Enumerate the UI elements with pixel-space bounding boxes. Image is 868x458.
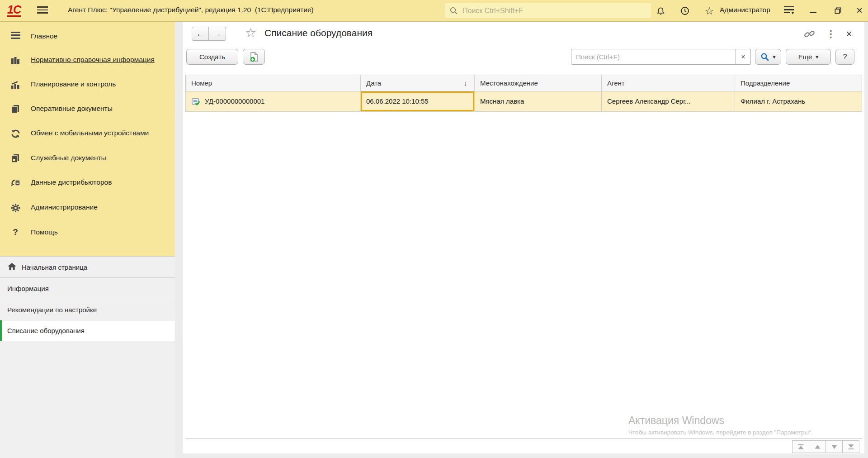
help-button[interactable]: ? (835, 49, 854, 65)
goto-first-icon (797, 444, 804, 450)
search-icon (760, 52, 769, 62)
hamburger-menu-icon[interactable] (37, 6, 48, 14)
more-button[interactable]: Еще ▾ (786, 49, 831, 65)
service-menu-icon[interactable]: ▾ (783, 5, 795, 17)
caret-down-icon: ▾ (792, 10, 794, 15)
window-titlebar: 1С Агент Плюс: "Управление дистрибуцией"… (0, 0, 868, 22)
open-pages-list: Начальная страница Информация Рекомендац… (0, 256, 175, 458)
cell-number[interactable]: УД-0000000000001 (186, 91, 361, 111)
close-window-button[interactable]: × (852, 4, 867, 17)
up-icon (814, 444, 821, 449)
main-panel: ← → ☆ Списание оборудования ⋮ × Создать … (183, 22, 864, 453)
column-header-department[interactable]: Подразделение (735, 75, 862, 91)
get-link-icon[interactable] (803, 28, 816, 40)
page-item-information[interactable]: Информация (0, 277, 175, 299)
list-search-input[interactable] (571, 49, 736, 65)
table-row[interactable]: УД-0000000000001 06.06.2022 10:10:55 Мяс… (185, 91, 862, 112)
sidebar-item-mobile-exchange[interactable]: Обмен с мобильными устройствами (0, 121, 175, 146)
cell-agent[interactable]: Сергеев Александр Серг... (602, 91, 735, 111)
close-page-icon[interactable]: × (843, 28, 855, 40)
back-button[interactable]: ← (192, 27, 209, 41)
forward-button[interactable]: → (209, 27, 226, 41)
sync-arrows-icon (0, 128, 31, 139)
history-icon[interactable] (679, 5, 691, 17)
cell-location[interactable]: Мясная лавка (475, 91, 602, 111)
window-title: Агент Плюс: "Управление дистрибуцией", р… (68, 6, 314, 14)
favorites-star-icon[interactable]: ☆ (703, 5, 715, 17)
page-item-equipment-writeoff[interactable]: Списание оборудования (0, 320, 175, 341)
notifications-bell-icon[interactable] (655, 5, 666, 17)
more-kebab-icon[interactable]: ⋮ (825, 28, 837, 40)
windows-activation-watermark: Активация Windows Чтобы активировать Win… (628, 415, 845, 436)
column-header-agent[interactable]: Агент (602, 75, 735, 91)
restore-icon (834, 7, 842, 14)
goto-last-button[interactable] (842, 440, 859, 453)
table-bottom-border (185, 438, 862, 439)
documents-stack-icon (0, 104, 31, 114)
sidebar-item-help[interactable]: ? Помощь (0, 220, 175, 243)
column-header-location[interactable]: Местонахождение (475, 75, 602, 91)
history-nav: ← → (192, 27, 226, 41)
new-document-icon (249, 52, 259, 62)
minimize-button[interactable] (805, 4, 821, 17)
sidebar-item-planning[interactable]: Планирование и контроль (0, 72, 175, 96)
cell-department[interactable]: Филиал г. Астрахань (735, 91, 862, 111)
1c-logo: 1С (7, 4, 21, 17)
page-item-label: Списание оборудования (7, 327, 85, 334)
search-settings-button[interactable]: ▾ (755, 49, 781, 65)
create-button[interactable]: Создать (186, 49, 238, 65)
cell-date[interactable]: 06.06.2022 10:10:55 (361, 91, 475, 111)
caret-down-icon: ▾ (773, 54, 775, 60)
user-menu[interactable]: Администратор (720, 6, 770, 14)
page-item-recommendations[interactable]: Рекомендации по настройке (0, 299, 175, 320)
create-copy-button[interactable] (243, 49, 265, 65)
row-down-button[interactable] (826, 440, 843, 453)
close-icon: × (856, 5, 863, 16)
row-up-button[interactable] (809, 440, 826, 453)
question-icon: ? (0, 227, 31, 237)
page-title: Списание оборудования (264, 28, 373, 38)
global-search[interactable] (445, 3, 651, 18)
documents-grid-icon (0, 153, 31, 163)
goto-last-icon (848, 444, 854, 450)
column-header-date[interactable]: Дата ↓ (361, 75, 475, 91)
goto-first-button[interactable] (792, 440, 809, 453)
sidebar-item-service-docs[interactable]: Служебные документы (0, 146, 175, 170)
sidebar-item-main[interactable]: Главное (0, 24, 175, 48)
caret-down-icon: ▾ (816, 54, 818, 60)
home-icon (7, 262, 17, 272)
page-item-label: Информация (7, 285, 49, 292)
main-menu-icon (0, 31, 31, 41)
list-search: × (571, 49, 751, 65)
maximize-button[interactable] (830, 4, 845, 17)
global-search-input[interactable] (462, 6, 633, 15)
trend-chart-icon (0, 79, 31, 90)
gear-icon (0, 202, 31, 213)
sections-sidebar: Главное Нормативно-справочная информация… (0, 22, 175, 256)
search-icon (449, 6, 458, 15)
table-header: Номер Дата ↓ Местонахождение Агент Подра… (185, 75, 862, 91)
favorite-star-icon[interactable]: ☆ (245, 26, 256, 40)
search-clear-icon[interactable]: × (736, 49, 751, 65)
documents-table: Номер Дата ↓ Местонахождение Агент Подра… (185, 75, 862, 112)
sidebar-item-reference-info[interactable]: Нормативно-справочная информация (0, 48, 175, 72)
page-item-home[interactable]: Начальная страница (0, 256, 175, 277)
down-icon (831, 444, 838, 449)
sort-desc-icon: ↓ (464, 75, 467, 91)
list-scroll-nav (793, 440, 859, 453)
forward-icon: → (213, 29, 222, 39)
columns-chart-icon (0, 55, 31, 65)
page-item-label: Рекомендации по настройке (7, 306, 97, 314)
sidebar-item-distributor-data[interactable]: Данные дистрибьюторов (0, 170, 175, 195)
column-header-number[interactable]: Номер (186, 75, 361, 91)
document-posted-icon (191, 97, 201, 106)
page-item-label: Начальная страница (22, 263, 87, 271)
sidebar-item-administration[interactable]: Администрирование (0, 195, 175, 220)
back-icon: ← (196, 29, 205, 39)
minimize-icon (810, 12, 816, 14)
data-sync-icon (0, 177, 31, 188)
sidebar-item-operational-docs[interactable]: Оперативные документы (0, 96, 175, 121)
